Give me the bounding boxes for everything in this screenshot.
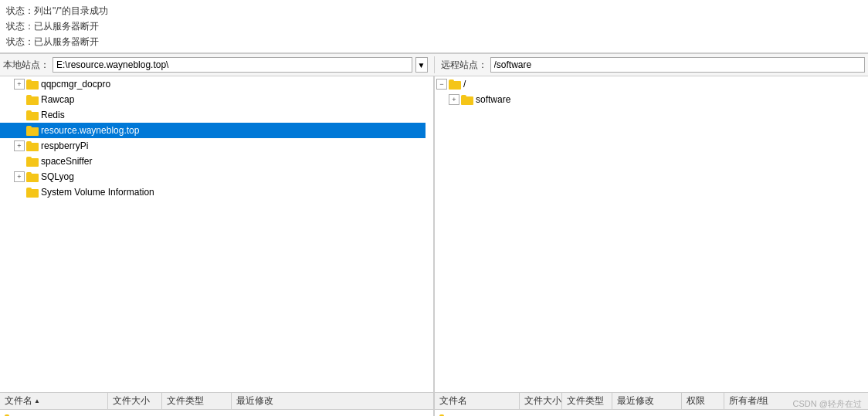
path-bar: 本地站点： ▼ 远程站点： [0, 53, 868, 76]
tree-label-root: / [463, 79, 466, 90]
remote-path-label: 远程站点： [441, 59, 487, 72]
folder-icon-respberry [26, 141, 39, 151]
local-path-input[interactable] [53, 57, 412, 73]
tree-label-software: software [476, 94, 510, 105]
status-line-2: 状态：已从服务器断开 [6, 19, 862, 34]
remote-col-header-size[interactable]: 文件大小 [520, 393, 562, 409]
expand-btn-software[interactable]: + [449, 94, 459, 105]
local-file-list[interactable]: .. software 文件夹 2021/12/30 . [0, 410, 433, 416]
tree-item-root[interactable]: − / [435, 76, 860, 92]
status-bar: 状态：列出"/"的目录成功 状态：已从服务器断开 状态：已从服务器断开 本地站点… [0, 0, 868, 76]
local-file-panel: 文件名 ▲ 文件大小 文件类型 最近修改 .. [0, 393, 434, 416]
expand-btn-respberry[interactable]: + [14, 140, 25, 151]
folder-icon-redis [26, 110, 39, 120]
folder-icon-root [449, 79, 461, 90]
remote-cell-name-up: .. [435, 412, 520, 416]
remote-file-row-up[interactable]: .. [435, 410, 868, 416]
folder-icon-software [461, 95, 473, 105]
file-panels: 文件名 ▲ 文件大小 文件类型 最近修改 .. [0, 392, 868, 416]
status-line-1: 状态：列出"/"的目录成功 [6, 3, 862, 19]
local-col-header-name[interactable]: 文件名 ▲ [0, 393, 108, 409]
tree-label-redis: Redis [41, 110, 65, 120]
tree-panels: + qqpcmgr_docpro Rawcap Redis [0, 76, 868, 392]
expand-btn-sqlyog[interactable]: + [14, 171, 25, 182]
remote-col-header-type[interactable]: 文件类型 [562, 393, 612, 409]
expand-placeholder-rawcap [14, 94, 25, 105]
local-tree-panel: + qqpcmgr_docpro Rawcap Redis [0, 76, 434, 392]
path-divider [434, 56, 435, 73]
folder-icon-qqpcmgr [26, 79, 39, 90]
folder-icon-rawcap [26, 95, 39, 105]
tree-item-redis[interactable]: Redis [0, 107, 426, 123]
folder-icon-resource [26, 126, 39, 136]
folder-icon-spacesniffer [26, 157, 39, 167]
local-col-header-date[interactable]: 最近修改 [232, 393, 324, 409]
tree-item-sysvolinfo[interactable]: System Volume Information [0, 184, 426, 200]
remote-path-input[interactable] [490, 57, 866, 73]
local-tree-scroll[interactable]: + qqpcmgr_docpro Rawcap Redis [0, 76, 433, 392]
tree-label-spacesniffer: spaceSniffer [41, 156, 93, 167]
local-file-header: 文件名 ▲ 文件大小 文件类型 最近修改 [0, 393, 433, 410]
local-path-label: 本地站点： [3, 59, 49, 72]
tree-label-qqpcmgr: qqpcmgr_docpro [41, 79, 110, 90]
expand-placeholder-spacesniffer [14, 156, 25, 167]
expand-placeholder-resource [14, 125, 25, 136]
remote-path-section: 远程站点： [441, 57, 866, 73]
folder-icon-sqlyog [26, 172, 39, 182]
status-line-3: 状态：已从服务器断开 [6, 34, 862, 49]
remote-file-list[interactable]: .. web_... 文件夹 [435, 410, 868, 416]
remote-col-header-date[interactable]: 最近修改 [612, 393, 682, 409]
tree-label-rawcap: Rawcap [41, 94, 74, 105]
remote-col-header-perm[interactable]: 权限 [682, 393, 724, 409]
sort-arrow-name: ▲ [34, 397, 40, 404]
local-path-dropdown[interactable]: ▼ [415, 57, 428, 73]
expand-btn-qqpcmgr[interactable]: + [14, 79, 25, 90]
folder-icon-sysvolinfo [26, 188, 39, 198]
tree-item-software[interactable]: + software [435, 92, 860, 107]
tree-item-spacesniffer[interactable]: spaceSniffer [0, 154, 426, 169]
tree-item-sqlyog[interactable]: + SQLyog [0, 169, 426, 184]
expand-btn-root[interactable]: − [436, 79, 447, 90]
tree-item-resource[interactable]: resource.wayneblog.top [0, 123, 426, 138]
expand-placeholder-redis [14, 110, 25, 120]
local-col-header-type[interactable]: 文件类型 [162, 393, 232, 409]
watermark: CSDN @轻舟在过 [793, 398, 862, 410]
local-col-header-size[interactable]: 文件大小 [108, 393, 162, 409]
tree-label-resource: resource.wayneblog.top [41, 125, 139, 136]
remote-col-header-name[interactable]: 文件名 [435, 393, 520, 409]
local-file-row-up[interactable]: .. [0, 410, 433, 416]
remote-tree-scroll[interactable]: − / + software [435, 76, 868, 392]
expand-placeholder-sysvolinfo [14, 187, 25, 198]
remote-tree-panel: − / + software [435, 76, 868, 392]
tree-item-respberry[interactable]: + respberryPi [0, 138, 426, 154]
remote-col-header-owner[interactable]: 所有者/组 [724, 393, 786, 409]
tree-label-sqlyog: SQLyog [41, 171, 74, 182]
local-cell-name-up: .. [0, 412, 108, 416]
tree-label-respberry: respberryPi [41, 140, 88, 151]
local-path-section: 本地站点： ▼ [3, 57, 428, 73]
tree-item-qqpcmgr[interactable]: + qqpcmgr_docpro [0, 76, 426, 92]
tree-label-sysvolinfo: System Volume Information [41, 187, 154, 198]
tree-item-rawcap[interactable]: Rawcap [0, 92, 426, 107]
